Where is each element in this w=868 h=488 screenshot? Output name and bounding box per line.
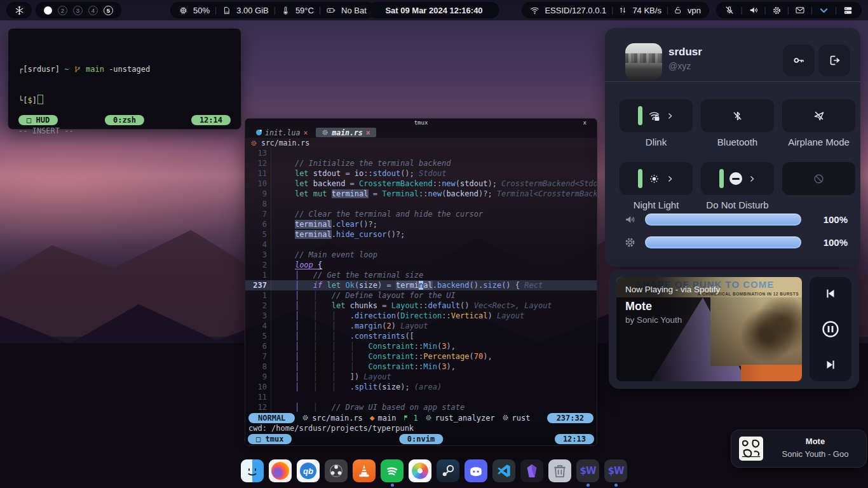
code-line[interactable]: 12 // Initialize the terminal backend [245, 158, 597, 168]
code-line[interactable]: 3 │ │ │ .direction(Direction::Vertical) … [245, 311, 597, 321]
volume-icon [624, 214, 636, 226]
pause-button[interactable] [821, 320, 840, 339]
volume-icon[interactable] [749, 5, 759, 15]
code-line[interactable]: 11 [245, 392, 597, 402]
code-line[interactable]: 5 terminal.hide_cursor()?; [245, 229, 597, 240]
code-line[interactable]: 8 [245, 199, 597, 209]
logout-button[interactable] [818, 44, 850, 76]
mail-icon[interactable] [795, 5, 805, 15]
microphone-muted-icon[interactable] [724, 5, 735, 15]
code-line[interactable]: 8 │ │ │ │ Constraint::Min(3), [245, 362, 597, 372]
code-line[interactable]: 6 │ │ │ │ Constraint::Min(3), [245, 341, 597, 351]
window-close-button[interactable]: x [583, 119, 587, 127]
tab-init-lua[interactable]: init.lua × [250, 128, 313, 137]
chevron-right-icon[interactable] [666, 112, 674, 120]
dock-app-qbittorrent[interactable]: qb [296, 459, 320, 487]
qbittorrent-icon: qb [300, 463, 316, 479]
tmux-window-pill[interactable]: 0:nvim [399, 434, 443, 444]
dock-app-spotify[interactable] [380, 459, 404, 487]
code-line[interactable]: 9 │ │ │ ]) Layout [245, 372, 597, 382]
code-line[interactable]: 10 │ │ │ .split(size); (area) [245, 382, 597, 392]
tab-close-icon[interactable]: × [303, 128, 308, 138]
workspace-5[interactable]: 5 [104, 6, 113, 15]
code-line[interactable]: 11 let stdout = io::stdout(); Stdout [245, 168, 597, 179]
code-line[interactable]: 7 │ │ │ │ Constraint::Percentage(70), [245, 351, 597, 362]
dock-app-vscode[interactable] [492, 459, 516, 487]
tmux-editor-window[interactable]: tmux x init.lua × main.rs × src/main.rs … [245, 118, 597, 446]
code-line[interactable]: 1 │ // Get the terminal size [245, 270, 597, 280]
tmux-session-pill[interactable]: □ HUD [18, 115, 58, 125]
next-track-button[interactable] [824, 358, 837, 372]
previous-track-button[interactable] [824, 287, 837, 301]
tab-main-rs[interactable]: main.rs × [316, 128, 376, 137]
user-handle: @xyz [668, 61, 691, 71]
code-line[interactable]: 13 [245, 148, 597, 158]
dock-app-obsidian[interactable] [520, 459, 544, 487]
code-line[interactable]: 2 │ │ let chunks = Layout::default() Vec… [245, 301, 597, 311]
tab-close-icon[interactable]: × [366, 128, 370, 138]
code-line[interactable]: 9 let mut terminal = Terminal::new(backe… [245, 189, 597, 199]
blocked-toggle-tile[interactable] [782, 162, 855, 195]
airplane-toggle-tile[interactable] [782, 99, 855, 132]
memory-usage: 3.00 GiB [236, 6, 269, 15]
bluetooth-toggle-tile[interactable] [701, 99, 774, 132]
workspace-2[interactable]: 2 [58, 6, 67, 15]
running-indicator [614, 484, 618, 487]
dock-app-sw-2[interactable]: $W [604, 459, 628, 487]
dock-app-trash[interactable] [548, 459, 572, 487]
chevron-right-icon[interactable] [748, 175, 756, 183]
memory-icon [222, 6, 231, 15]
sliders-section: 100% 100% [624, 211, 848, 257]
code-line[interactable]: 5 │ │ │ .constraints([ [245, 331, 597, 341]
night-light-toggle-tile[interactable] [620, 162, 693, 195]
code-line[interactable]: 2 loop { [245, 260, 597, 270]
network-rate: 74 KB/s [632, 6, 661, 15]
tmux-window-pill[interactable]: 0:zsh [105, 115, 144, 125]
code-line[interactable]: 7 // Clear the terminal and hide the cur… [245, 209, 597, 219]
brightness-slider[interactable] [645, 236, 801, 248]
code-line[interactable]: 1 │ │ // Define layout for the UI [245, 290, 597, 301]
network-group[interactable]: ESSID/127.0.0.1 | 74 KB/s | vpn [522, 2, 709, 18]
launcher-button[interactable] [6, 2, 32, 18]
chevron-down-icon[interactable] [818, 5, 829, 16]
volume-slider[interactable] [645, 214, 801, 226]
dock: qb $W $W [0, 459, 868, 487]
dock-app-sw-1[interactable]: $W [576, 459, 600, 487]
code-line[interactable]: 10 let backend = CrosstermBackend::new(s… [245, 179, 597, 189]
prompt-user: srdusr [27, 65, 55, 74]
system-tray-icon[interactable] [843, 5, 853, 16]
dock-app-discord[interactable] [464, 459, 488, 487]
code-area[interactable]: 1312 // Initialize the terminal backend1… [245, 148, 597, 412]
dock-app-vlc[interactable] [352, 459, 376, 487]
dock-app-steam[interactable] [436, 459, 460, 487]
dock-app-photos[interactable] [408, 459, 432, 487]
terminal-window[interactable]: ┌[srdusr] ~ main -unstaged └[$] -- INSER… [8, 28, 241, 130]
workspace-3[interactable]: 3 [73, 6, 83, 15]
code-line[interactable]: 3 // Main event loop [245, 250, 597, 260]
rust-icon [250, 140, 257, 147]
chevron-right-icon[interactable] [666, 175, 674, 183]
dock-app-obs[interactable] [324, 459, 348, 487]
album-art: SHAPE OF PUNK TO COME A CHIMERICAL BOMBI… [616, 277, 802, 381]
tmux-session-pill[interactable]: □ tmux [248, 434, 292, 444]
clock-widget[interactable]: Sat 09 Mar 2024 12:16:40 [369, 2, 499, 18]
photos-icon [412, 463, 428, 479]
settings-gear-icon[interactable] [772, 6, 782, 15]
workspace-4[interactable]: 4 [88, 6, 98, 15]
wifi-toggle-tile[interactable] [620, 99, 693, 132]
code-line[interactable]: 12 │ │ // Draw UI based on app state [245, 402, 597, 412]
password-key-button[interactable] [783, 44, 815, 76]
divider [605, 81, 860, 82]
obsidian-icon [524, 463, 540, 479]
dnd-toggle-tile[interactable] [701, 162, 774, 195]
dock-app-finder[interactable] [240, 459, 264, 487]
code-line[interactable]: 237 │ if let Ok(size) = terminal.backend… [245, 280, 597, 290]
dock-app-firefox[interactable] [268, 459, 292, 487]
code-line[interactable]: 4 [245, 240, 597, 250]
code-line[interactable]: 4 │ │ │ .margin(2) Layout [245, 321, 597, 331]
cpu-icon [179, 6, 188, 15]
blocked-icon [813, 173, 825, 185]
workspace-1[interactable] [44, 6, 52, 15]
winbar: src/main.rs [245, 138, 597, 148]
code-line[interactable]: 6 terminal.clear()?; [245, 219, 597, 229]
